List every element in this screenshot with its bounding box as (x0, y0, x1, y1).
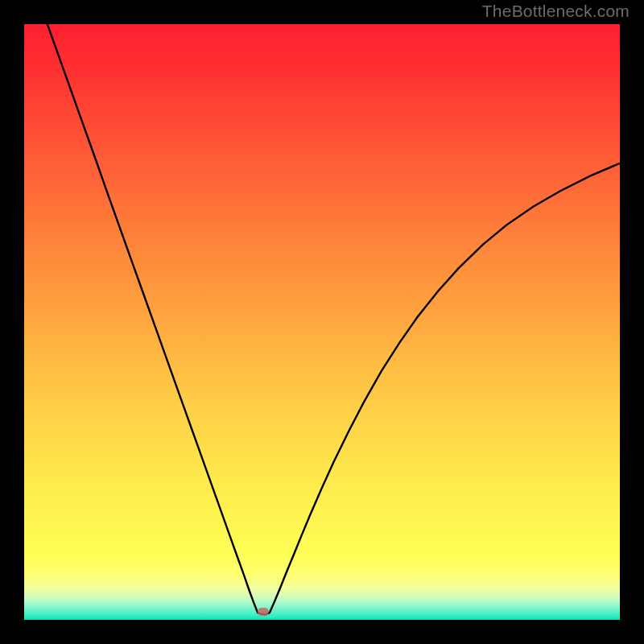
bottleneck-curve (24, 24, 620, 620)
chart-area (24, 24, 620, 620)
optimal-point-marker (258, 608, 269, 616)
watermark-text: TheBottleneck.com (482, 2, 630, 21)
